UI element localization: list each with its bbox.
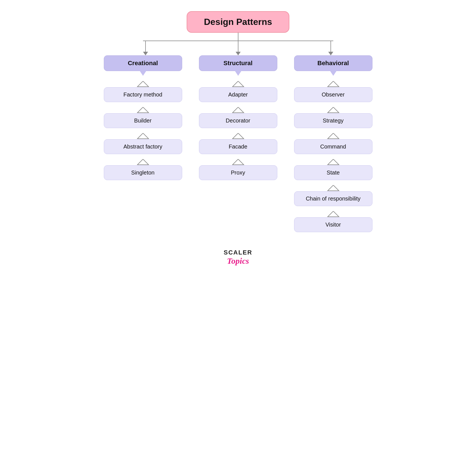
factory-method-label: Factory method bbox=[123, 91, 162, 98]
right-shaft bbox=[330, 41, 331, 52]
adapter-label: Adapter bbox=[228, 91, 248, 98]
v-conn-4 bbox=[104, 159, 182, 165]
v-svg-4 bbox=[136, 159, 150, 165]
v-svg-s3 bbox=[231, 133, 245, 139]
observer-node: Observer bbox=[294, 87, 372, 102]
root-line bbox=[238, 33, 238, 41]
proxy-node: Proxy bbox=[199, 165, 277, 180]
command-wrapper: Command bbox=[294, 133, 372, 154]
v-conn-b3 bbox=[294, 133, 372, 139]
creational-label: Creational bbox=[128, 60, 158, 67]
v-svg-s1 bbox=[231, 81, 245, 87]
decorator-node: Decorator bbox=[199, 113, 277, 128]
observer-label: Observer bbox=[322, 91, 344, 98]
facade-label: Facade bbox=[229, 143, 247, 150]
v-svg-b6 bbox=[326, 211, 340, 217]
v-svg-3 bbox=[136, 133, 150, 139]
v-svg-b4 bbox=[326, 159, 340, 165]
builder-node: Builder bbox=[104, 113, 182, 128]
builder-label: Builder bbox=[134, 117, 151, 124]
singleton-label: Singleton bbox=[131, 169, 154, 176]
columns-container: Creational Factory method bbox=[84, 55, 392, 232]
facade-wrapper: Facade bbox=[199, 133, 277, 154]
command-label: Command bbox=[320, 143, 346, 150]
diagram: Design Patterns bbox=[84, 11, 392, 266]
creational-column: Creational Factory method bbox=[104, 55, 182, 232]
structural-label: Structural bbox=[224, 60, 253, 67]
root-node: Design Patterns bbox=[187, 11, 290, 33]
v-conn-b2 bbox=[294, 107, 372, 113]
adapter-wrapper: Adapter bbox=[199, 76, 277, 102]
v-conn-1 bbox=[104, 81, 182, 87]
abstract-factory-node: Abstract factory bbox=[104, 139, 182, 154]
abstract-factory-label: Abstract factory bbox=[123, 143, 162, 150]
factory-method-wrapper: Factory method bbox=[104, 76, 182, 102]
chain-node: Chain of responsibility bbox=[294, 191, 372, 206]
v-conn-s4 bbox=[199, 159, 277, 165]
state-wrapper: State bbox=[294, 159, 372, 180]
v-svg-b5 bbox=[326, 185, 340, 191]
footer-scaler: SCALER bbox=[224, 249, 252, 256]
footer-topics: Topics bbox=[227, 256, 249, 266]
decorator-label: Decorator bbox=[226, 117, 250, 124]
strategy-label: Strategy bbox=[323, 117, 343, 124]
singleton-node: Singleton bbox=[104, 165, 182, 180]
v-conn-b6 bbox=[294, 211, 372, 217]
v-svg-2 bbox=[136, 107, 150, 113]
v-conn-b1 bbox=[294, 81, 372, 87]
behavioral-label: Behavioral bbox=[317, 60, 349, 67]
right-drop bbox=[328, 41, 333, 55]
center-shaft bbox=[238, 41, 238, 52]
v-conn-s3 bbox=[199, 133, 277, 139]
decorator-wrapper: Decorator bbox=[199, 107, 277, 128]
proxy-label: Proxy bbox=[231, 169, 245, 176]
v-conn-b5 bbox=[294, 185, 372, 191]
center-arrowhead bbox=[236, 52, 241, 55]
v-conn-2 bbox=[104, 107, 182, 113]
left-shaft bbox=[145, 41, 146, 52]
facade-node: Facade bbox=[199, 139, 277, 154]
v-svg-b3 bbox=[326, 133, 340, 139]
footer: SCALER Topics bbox=[224, 249, 252, 266]
visitor-wrapper: Visitor bbox=[294, 211, 372, 232]
v-svg-1 bbox=[136, 81, 150, 87]
builder-wrapper: Builder bbox=[104, 107, 182, 128]
v-svg-b1 bbox=[326, 81, 340, 87]
behavioral-category: Behavioral bbox=[294, 55, 372, 71]
abstract-factory-wrapper: Abstract factory bbox=[104, 133, 182, 154]
left-drop bbox=[143, 41, 148, 55]
strategy-wrapper: Strategy bbox=[294, 107, 372, 128]
visitor-label: Visitor bbox=[325, 221, 341, 228]
proxy-wrapper: Proxy bbox=[199, 159, 277, 180]
h-bar-container bbox=[129, 41, 347, 55]
structural-column: Structural Adapter bbox=[199, 55, 277, 232]
factory-method-node: Factory method bbox=[104, 87, 182, 102]
right-arrowhead bbox=[328, 52, 333, 55]
v-conn-3 bbox=[104, 133, 182, 139]
v-conn-s2 bbox=[199, 107, 277, 113]
chain-wrapper: Chain of responsibility bbox=[294, 185, 372, 206]
state-label: State bbox=[327, 169, 340, 176]
structural-category: Structural bbox=[199, 55, 277, 71]
drop-lines bbox=[129, 41, 347, 55]
v-conn-s1 bbox=[199, 81, 277, 87]
behavioral-column: Behavioral Observer bbox=[294, 55, 372, 232]
v-svg-s2 bbox=[231, 107, 245, 113]
left-arrowhead bbox=[143, 52, 148, 55]
v-svg-b2 bbox=[326, 107, 340, 113]
command-node: Command bbox=[294, 139, 372, 154]
center-drop bbox=[236, 41, 241, 55]
visitor-node: Visitor bbox=[294, 217, 372, 232]
horizontal-bar bbox=[143, 41, 333, 41]
v-svg-s4 bbox=[231, 159, 245, 165]
strategy-node: Strategy bbox=[294, 113, 372, 128]
adapter-node: Adapter bbox=[199, 87, 277, 102]
root-label: Design Patterns bbox=[204, 17, 272, 27]
observer-wrapper: Observer bbox=[294, 76, 372, 102]
chain-label: Chain of responsibility bbox=[306, 195, 361, 202]
creational-category: Creational bbox=[104, 55, 182, 71]
singleton-wrapper: Singleton bbox=[104, 159, 182, 180]
state-node: State bbox=[294, 165, 372, 180]
v-conn-b4 bbox=[294, 159, 372, 165]
